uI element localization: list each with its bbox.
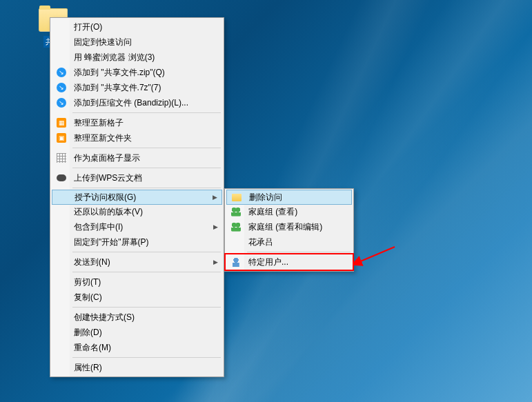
menu-add-to-zip[interactable]: ↘ 添加到 "共享文件.zip"(Q) bbox=[52, 65, 222, 80]
menu-label: 发送到(N) bbox=[74, 257, 110, 268]
menu-separator bbox=[72, 272, 221, 272]
folder-icon bbox=[231, 192, 242, 203]
menu-rename[interactable]: 重命名(M) bbox=[52, 340, 222, 355]
menu-separator bbox=[72, 357, 221, 358]
menu-label: 添加到压缩文件 (Bandizip)(L)... bbox=[74, 97, 188, 109]
submenu-homegroup-view-edit[interactable]: 家庭组 (查看和编辑) bbox=[226, 219, 352, 234]
menu-include-in-library[interactable]: 包含到库中(I) ▶ bbox=[52, 219, 222, 234]
menu-show-as-desktop-grid[interactable]: 作为桌面格子显示 bbox=[52, 150, 222, 165]
menu-separator bbox=[72, 148, 221, 148]
menu-label: 花承吕 bbox=[248, 237, 273, 248]
chevron-right-icon: ▶ bbox=[213, 194, 217, 201]
user-icon bbox=[230, 257, 242, 268]
menu-label: 复制(C) bbox=[74, 292, 102, 303]
menu-label: 整理至新格子 bbox=[74, 117, 124, 129]
menu-tidy-new-grid[interactable]: ▦ 整理至新格子 bbox=[52, 115, 222, 130]
menu-label: 家庭组 (查看) bbox=[248, 206, 297, 218]
menu-label: 整理至新文件夹 bbox=[74, 132, 132, 144]
menu-label: 剪切(T) bbox=[74, 277, 101, 288]
menu-add-to-archive[interactable]: ↘ 添加到压缩文件 (Bandizip)(L)... bbox=[52, 95, 222, 110]
grid-icon bbox=[56, 152, 67, 163]
menu-label: 删除(D) bbox=[74, 327, 102, 339]
menu-open[interactable]: 打开(O) bbox=[52, 19, 222, 34]
folder-plus-icon: ▣ bbox=[56, 132, 67, 143]
menu-separator bbox=[72, 168, 221, 168]
archive-icon: ↘ bbox=[56, 97, 67, 108]
menu-label: 作为桌面格子显示 bbox=[74, 152, 140, 164]
menu-separator bbox=[72, 188, 221, 188]
people-icon bbox=[230, 221, 242, 232]
submenu-specific-people[interactable]: 特定用户... bbox=[226, 254, 352, 270]
menu-label: 属性(R) bbox=[74, 362, 102, 374]
archive-icon: ↘ bbox=[56, 67, 67, 78]
menu-properties[interactable]: 属性(R) bbox=[52, 360, 222, 375]
people-icon bbox=[230, 206, 242, 217]
context-menu: 打开(O) 固定到快速访问 用 蜂蜜浏览器 浏览(3) ↘ 添加到 "共享文件.… bbox=[50, 17, 224, 377]
menu-add-to-7z[interactable]: ↘ 添加到 "共享文件.7z"(7) bbox=[52, 80, 222, 95]
menu-label: 重命名(M) bbox=[74, 342, 111, 354]
menu-tidy-new-folder[interactable]: ▣ 整理至新文件夹 bbox=[52, 130, 222, 145]
archive-icon: ↘ bbox=[56, 82, 67, 93]
menu-separator bbox=[72, 112, 221, 113]
menu-cut[interactable]: 剪切(T) bbox=[52, 274, 222, 290]
menu-label: 创建快捷方式(S) bbox=[74, 312, 135, 323]
menu-separator bbox=[72, 307, 221, 308]
submenu-remove-access[interactable]: 删除访问 bbox=[226, 190, 352, 205]
chevron-right-icon: ▶ bbox=[213, 259, 218, 265]
menu-send-to[interactable]: 发送到(N) ▶ bbox=[52, 254, 222, 270]
menu-create-shortcut[interactable]: 创建快捷方式(S) bbox=[52, 310, 222, 325]
menu-restore-previous-versions[interactable]: 还原以前的版本(V) bbox=[52, 204, 222, 219]
menu-pin-to-start[interactable]: 固定到"开始"屏幕(P) bbox=[52, 234, 222, 250]
submenu-homegroup-view[interactable]: 家庭组 (查看) bbox=[226, 204, 352, 219]
submenu-user-hua[interactable]: 花承吕 bbox=[226, 234, 352, 250]
menu-label: 固定到快速访问 bbox=[74, 37, 132, 48]
menu-label: 包含到库中(I) bbox=[74, 221, 123, 233]
menu-separator bbox=[247, 252, 351, 252]
menu-label: 授予访问权限(G) bbox=[75, 192, 136, 203]
menu-upload-wps-cloud[interactable]: 上传到WPS云文档 bbox=[52, 170, 222, 185]
menu-separator bbox=[72, 252, 221, 252]
menu-delete[interactable]: 删除(D) bbox=[52, 325, 222, 340]
menu-copy[interactable]: 复制(C) bbox=[52, 290, 222, 305]
chevron-right-icon: ▶ bbox=[213, 223, 218, 230]
menu-label: 上传到WPS云文档 bbox=[74, 172, 142, 184]
menu-give-access-to[interactable]: 授予访问权限(G) ▶ bbox=[52, 190, 222, 205]
menu-label: 固定到"开始"屏幕(P) bbox=[74, 237, 149, 248]
menu-label: 删除访问 bbox=[249, 192, 282, 203]
menu-label: 还原以前的版本(V) bbox=[74, 206, 143, 218]
menu-pin-quick-access[interactable]: 固定到快速访问 bbox=[52, 34, 222, 50]
menu-label: 添加到 "共享文件.7z"(7) bbox=[74, 82, 161, 94]
cloud-upload-icon bbox=[56, 172, 67, 183]
menu-label: 打开(O) bbox=[74, 21, 102, 33]
menu-label: 特定用户... bbox=[248, 257, 288, 268]
menu-label: 用 蜂蜜浏览器 浏览(3) bbox=[74, 52, 155, 63]
menu-label: 家庭组 (查看和编辑) bbox=[248, 221, 322, 233]
grid-icon: ▦ bbox=[56, 117, 67, 128]
menu-open-with-browser[interactable]: 用 蜂蜜浏览器 浏览(3) bbox=[52, 50, 222, 65]
submenu-give-access: 删除访问 家庭组 (查看) 家庭组 (查看和编辑) 花承吕 特定用户... bbox=[224, 188, 354, 272]
menu-label: 添加到 "共享文件.zip"(Q) bbox=[74, 67, 165, 79]
